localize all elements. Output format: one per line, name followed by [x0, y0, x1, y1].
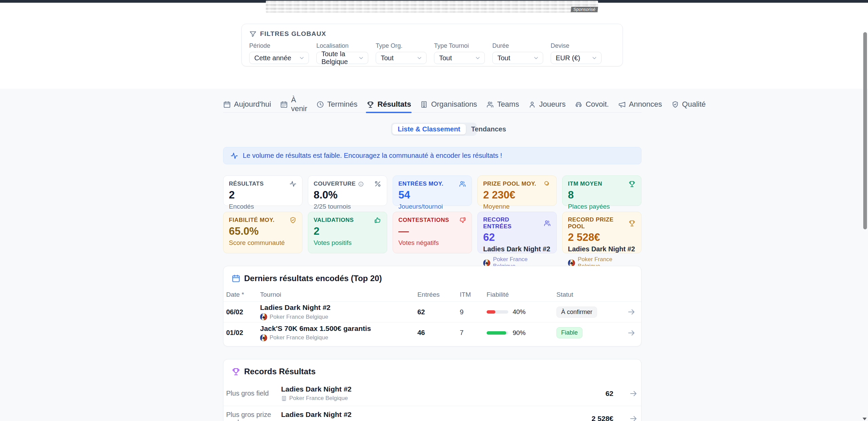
user-icon [528, 101, 536, 108]
arrow-right-icon[interactable] [629, 414, 638, 421]
record-tournament-name[interactable]: Ladies Dark Night #2 [281, 385, 547, 393]
row-tournament-name[interactable]: Ladies Dark Night #2 [260, 303, 417, 312]
filter-duree-select[interactable]: Tout [492, 52, 543, 64]
sponsored-label: Sponsorisé [571, 7, 598, 12]
chevron-down-icon [417, 55, 422, 61]
tab-termines[interactable]: Terminés [316, 100, 357, 112]
record-label: Plus gros prize pool [226, 411, 281, 421]
row-entries: 62 [417, 308, 460, 316]
tab-label: Teams [497, 100, 519, 109]
filter-duree-label: Durée [492, 42, 543, 49]
org-name: Poker France Belgique [270, 334, 328, 341]
percent-icon [374, 180, 381, 188]
row-date: 01/02 [226, 329, 260, 337]
filter-devise-label: Devise [551, 42, 601, 49]
chevron-down-icon [533, 55, 539, 61]
funnel-icon [249, 30, 257, 38]
stat-label: RECORD ENTRÉES [483, 216, 539, 230]
toggle-liste-classement[interactable]: Liste & Classement [392, 124, 466, 134]
table-row[interactable]: 06/02 Ladies Dark Night #2 ♠ Poker Franc… [223, 302, 641, 322]
filter-type-org-select[interactable]: Tout [376, 52, 427, 64]
users-icon [544, 219, 551, 227]
records-card: Records Résultats Plus gros field Ladies… [223, 359, 642, 421]
org-logo-avatar: ♠ [260, 334, 267, 341]
tab-label: À venir [291, 96, 307, 113]
stat-label: VALIDATIONS [314, 217, 354, 224]
scrollbar-thumb[interactable] [863, 32, 867, 229]
tab-covoit[interactable]: Covoit. [575, 100, 609, 112]
chevron-down-icon [592, 55, 597, 61]
stat-value: 2 [314, 226, 381, 236]
stat-label: RÉSULTATS [229, 181, 264, 187]
arrow-right-icon[interactable] [627, 308, 636, 316]
reliability-percent: 40% [513, 308, 526, 316]
col-fiabilite[interactable]: Fiabilité [487, 291, 556, 298]
stat-label: FIABILITÉ MOY. [229, 217, 275, 224]
stat-card-couverture: COUVERTURE 8.0% 2/25 tournois [308, 175, 387, 206]
record-row[interactable]: Plus gros field Ladies Dark Night #2 Pok… [223, 381, 641, 406]
filter-devise-value: EUR (€) [556, 54, 580, 62]
banner-text: Le volume de résultats est faible. Encou… [243, 152, 502, 160]
arrow-right-icon[interactable] [629, 389, 638, 398]
filter-periode-select[interactable]: Cette année [249, 52, 309, 64]
car-icon [575, 101, 583, 108]
tab-aujourdhui[interactable]: Aujourd'hui [223, 100, 271, 112]
stat-sub: Votes négatifs [398, 239, 466, 247]
col-date[interactable]: Date * [226, 291, 260, 298]
col-itm[interactable]: ITM [460, 291, 487, 298]
filter-devise-select[interactable]: EUR (€) [551, 52, 601, 64]
stat-card-resultats: RÉSULTATS 2 Encodés [223, 175, 302, 206]
megaphone-icon [618, 101, 626, 108]
tab-organisations[interactable]: Organisations [420, 100, 477, 112]
latest-results-card: Derniers résultats encodés (Top 20) Date… [223, 266, 642, 346]
chevron-down-icon [299, 55, 304, 61]
stat-label: ENTRÉES MOY. [398, 181, 443, 187]
table-row[interactable]: 01/02 Jack'S 70K 6max 1.500€ garantis ♠ … [223, 322, 641, 343]
stat-card-record-entrees: RECORD ENTRÉES 62 Ladies Dark Night #2 ♠… [477, 212, 557, 253]
stat-value: 65.0% [229, 226, 297, 236]
record-tournament-name: Ladies Dark Night #2 [568, 245, 636, 253]
chevron-down-icon [475, 55, 480, 61]
toggle-tendances[interactable]: Tendances [466, 124, 512, 134]
filter-localisation-select[interactable]: Toute la Belgique [316, 52, 368, 64]
tab-teams[interactable]: Teams [486, 100, 519, 112]
sponsored-ad-banner[interactable]: Sponsorisé [266, 1, 598, 13]
stat-card-contestations: CONTESTATIONS — Votes négatifs [393, 212, 472, 253]
row-tournament-name[interactable]: Jack'S 70K 6max 1.500€ garantis [260, 324, 417, 333]
tab-label: Annonces [629, 100, 662, 109]
stat-card-itm-moyen: ITM MOYEN 8 Places payées [562, 175, 642, 206]
stat-label: RECORD PRIZE POOL [568, 216, 624, 230]
building-icon [281, 396, 287, 401]
filter-type-tournoi-select[interactable]: Tout [434, 52, 485, 64]
trophy-icon [232, 367, 240, 376]
tab-a-venir[interactable]: À venir [280, 100, 307, 112]
tab-qualite[interactable]: Qualité [671, 100, 706, 112]
low-volume-banner: Le volume de résultats est faible. Encou… [223, 147, 642, 164]
stat-value: 2 528€ [568, 232, 636, 243]
tab-label: Terminés [327, 100, 357, 109]
col-tournoi[interactable]: Tournoi [260, 291, 417, 298]
arrow-right-icon[interactable] [627, 329, 636, 337]
shield-check-icon [289, 216, 297, 224]
record-row[interactable]: Plus gros prize pool Ladies Dark Night #… [223, 406, 641, 421]
stats-row-2: FIABILITÉ MOY. 65.0% Score communauté VA… [223, 212, 642, 253]
thumbs-down-icon [459, 216, 466, 224]
col-statut[interactable]: Statut [556, 291, 623, 298]
info-icon[interactable] [358, 181, 364, 187]
main-tab-bar: Aujourd'hui À venir Terminés Résultats O… [223, 100, 642, 113]
filter-localisation: Localisation Toute la Belgique [316, 42, 368, 64]
scrollbar-down-arrow[interactable] [863, 418, 867, 420]
filter-periode-value: Cette année [254, 54, 291, 62]
results-table-title: Derniers résultats encodés (Top 20) [244, 274, 382, 283]
row-itm: 9 [460, 308, 487, 316]
org-logo-avatar: ♠ [260, 313, 267, 320]
tab-annonces[interactable]: Annonces [618, 100, 662, 112]
stat-sub: Places payées [568, 203, 636, 210]
col-entrees[interactable]: Entrées [417, 291, 460, 298]
record-tournament-name[interactable]: Ladies Dark Night #2 [281, 411, 547, 419]
stat-label: CONTESTATIONS [398, 217, 449, 224]
stat-card-record-prize-pool: RECORD PRIZE POOL 2 528€ Ladies Dark Nig… [562, 212, 642, 253]
tab-joueurs[interactable]: Joueurs [528, 100, 566, 112]
tab-resultats[interactable]: Résultats [367, 100, 411, 112]
filter-periode: Période Cette année [249, 42, 309, 64]
